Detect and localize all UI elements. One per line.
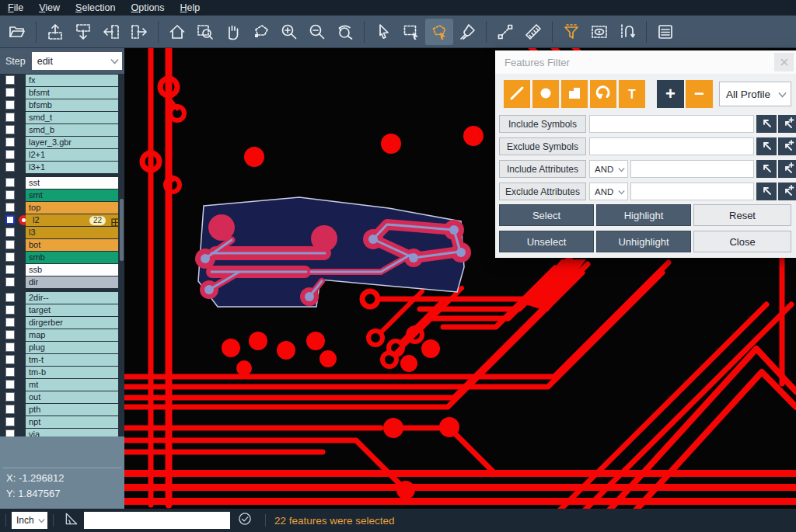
layer-row-target[interactable]: target bbox=[0, 304, 124, 316]
layer-row-map[interactable]: map bbox=[0, 329, 124, 341]
pick-attribute-button[interactable] bbox=[756, 160, 777, 178]
layer-name[interactable]: mt bbox=[26, 379, 118, 391]
layer-name[interactable]: 2dir-- bbox=[26, 292, 118, 304]
pick-symbol-button[interactable] bbox=[756, 115, 777, 133]
clear-brush-icon[interactable] bbox=[453, 19, 481, 45]
layer-checkbox[interactable] bbox=[5, 367, 15, 377]
layer-row-smd_b[interactable]: smd_b bbox=[0, 124, 124, 136]
layer-checkbox[interactable] bbox=[5, 100, 15, 110]
include-symbols-button[interactable]: Include Symbols bbox=[499, 115, 586, 133]
layer-row-bfsmb[interactable]: bfsmb bbox=[0, 99, 124, 111]
layer-name[interactable]: smd_b bbox=[26, 124, 118, 136]
layer-row-dir[interactable]: dir bbox=[0, 276, 124, 288]
layer-row-ssb[interactable]: ssb bbox=[0, 264, 124, 276]
layer-name[interactable]: smd_t bbox=[26, 112, 118, 123]
layer-row-bfsmt[interactable]: bfsmt bbox=[0, 87, 124, 99]
layer-row-pth[interactable]: pth bbox=[0, 404, 124, 416]
layer-name[interactable]: target bbox=[26, 304, 118, 316]
pad-type-button[interactable] bbox=[532, 80, 559, 108]
include-symbols-input[interactable] bbox=[589, 115, 754, 133]
layer-name[interactable]: plug bbox=[26, 342, 118, 353]
layer-checkbox-checked[interactable] bbox=[5, 215, 15, 224]
pan-hand-icon[interactable] bbox=[219, 19, 247, 45]
layer-row-mt[interactable]: mt bbox=[0, 379, 124, 391]
layer-checkbox[interactable] bbox=[5, 125, 15, 134]
layer-row-tm-t[interactable]: tm-t bbox=[0, 354, 124, 366]
layer-row-top[interactable]: top bbox=[0, 202, 124, 214]
exclude-attributes-button[interactable]: Exclude Attributes bbox=[499, 183, 586, 200]
layer-row-smt[interactable]: smt bbox=[0, 190, 124, 201]
angle-mode-icon[interactable] bbox=[64, 511, 79, 530]
layer-name[interactable]: l3+1 bbox=[26, 162, 118, 173]
zoom-in-icon[interactable] bbox=[275, 19, 303, 45]
text-type-button[interactable]: T bbox=[619, 80, 645, 108]
surface-type-button[interactable] bbox=[561, 80, 588, 108]
pan-up-icon[interactable] bbox=[41, 19, 69, 45]
layer-checkbox[interactable] bbox=[5, 252, 15, 262]
include-attributes-button[interactable]: Include Attributes bbox=[499, 160, 586, 178]
exclude-attributes-logic-select[interactable]: AND bbox=[589, 183, 628, 200]
arc-type-button[interactable] bbox=[590, 80, 616, 108]
layer-row-layer3gbr[interactable]: layer_3.gbr bbox=[0, 137, 124, 148]
layer-row-smd_t[interactable]: smd_t bbox=[0, 112, 124, 123]
layer-row-l3[interactable]: l3 bbox=[0, 227, 124, 238]
exclude-attributes-input[interactable] bbox=[630, 183, 754, 200]
select-rectangle-icon[interactable] bbox=[397, 19, 425, 45]
layer-name[interactable]: out bbox=[26, 391, 118, 403]
exclude-symbols-input[interactable] bbox=[589, 137, 754, 155]
snap-icon[interactable] bbox=[613, 19, 641, 45]
layer-checkbox[interactable] bbox=[5, 318, 15, 327]
layer-name[interactable]: pth bbox=[26, 404, 118, 416]
layer-name[interactable]: dir bbox=[26, 276, 118, 288]
layer-checkbox[interactable] bbox=[5, 228, 15, 237]
profile-select[interactable]: All Profile bbox=[719, 82, 791, 106]
layer-row-l2-selected[interactable]: l2 22 bbox=[0, 214, 124, 226]
measure-distance-icon[interactable] bbox=[491, 19, 519, 45]
layers-panel-icon[interactable] bbox=[651, 19, 679, 45]
layer-name[interactable]: tm-b bbox=[26, 367, 118, 378]
layer-checkbox[interactable] bbox=[5, 330, 15, 339]
refresh-check-icon[interactable] bbox=[237, 511, 253, 530]
pick-symbol-button[interactable] bbox=[756, 137, 777, 155]
zoom-area-icon[interactable] bbox=[191, 19, 219, 45]
layer-name[interactable]: tm-t bbox=[26, 354, 118, 366]
menu-file[interactable]: File bbox=[0, 1, 31, 15]
layer-checkbox[interactable] bbox=[5, 75, 15, 85]
layer-name[interactable]: bfsmb bbox=[26, 99, 118, 111]
menu-selection[interactable]: Selection bbox=[68, 1, 123, 15]
reset-button[interactable]: Reset bbox=[693, 204, 791, 226]
layer-row-l2plus1[interactable]: l2+1 bbox=[0, 149, 124, 161]
select-button[interactable]: Select bbox=[499, 204, 594, 226]
highlight-button[interactable]: Highlight bbox=[596, 204, 691, 226]
layer-row-bot[interactable]: bot bbox=[0, 239, 124, 251]
close-button[interactable]: Close bbox=[693, 231, 791, 252]
layer-checkbox[interactable] bbox=[5, 178, 15, 187]
layer-checkbox[interactable] bbox=[5, 190, 15, 200]
layer-name[interactable]: l3 bbox=[26, 227, 118, 238]
layer-name[interactable]: l2+1 bbox=[26, 149, 118, 161]
layer-checkbox[interactable] bbox=[5, 150, 15, 159]
layer-checkbox[interactable] bbox=[5, 417, 15, 426]
layer-name[interactable]: dirgerber bbox=[26, 317, 118, 329]
dialog-titlebar[interactable]: Features Filter bbox=[495, 50, 796, 74]
layer-name[interactable]: smb bbox=[26, 252, 118, 263]
pick-add-attribute-button[interactable] bbox=[778, 160, 796, 178]
positive-polarity-button[interactable]: + bbox=[657, 80, 684, 108]
menu-view[interactable]: View bbox=[31, 1, 68, 15]
layer-name[interactable]: bfsmt bbox=[26, 87, 118, 99]
pan-left-icon[interactable] bbox=[97, 19, 125, 45]
layer-name[interactable]: top bbox=[26, 202, 118, 214]
pick-add-attribute-button[interactable] bbox=[778, 183, 796, 200]
layer-name[interactable]: sst bbox=[26, 177, 118, 189]
layer-row-sst[interactable]: sst bbox=[0, 177, 124, 189]
layer-row-tm-b[interactable]: tm-b bbox=[0, 367, 124, 378]
layer-name[interactable]: fx bbox=[26, 75, 118, 86]
home-view-icon[interactable] bbox=[163, 19, 191, 45]
negative-polarity-button[interactable]: − bbox=[686, 80, 713, 108]
layer-checkbox[interactable] bbox=[5, 277, 15, 287]
open-folder-icon[interactable] bbox=[3, 19, 31, 45]
zoom-out-icon[interactable] bbox=[303, 19, 331, 45]
unhighlight-button[interactable]: Unhighlight bbox=[596, 231, 691, 252]
measure-ruler-icon[interactable] bbox=[519, 19, 547, 45]
layer-name[interactable]: npt bbox=[26, 416, 118, 428]
